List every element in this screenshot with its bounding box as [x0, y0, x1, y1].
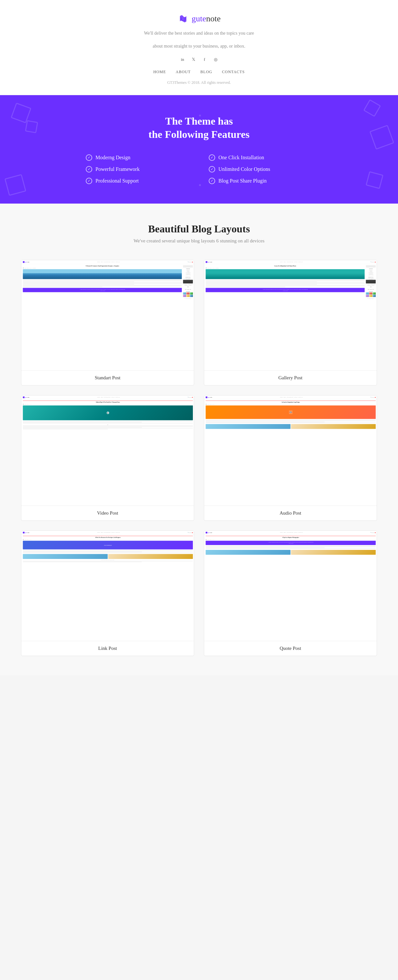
deco-square-3	[5, 174, 26, 196]
blog-preview-content-audio: gutenote HOMEABOUTPHOTOGRAPHYTRAVELCONTA…	[204, 396, 377, 506]
tagline-line1: We'll deliver the best stories and ideas…	[137, 30, 261, 37]
blog-preview-content-gallery: gutenote HOMEABOUTPHOTOGRAPHYTRAVELCONTA…	[204, 260, 377, 370]
blog-card-link: gutenote HOMEABOUTPHOTOGRAPHYTRAVELCONTA…	[21, 530, 194, 656]
feature-label-6: Blog Post Share Plugin	[218, 178, 267, 184]
feature-item-1: ✓ Moderng Design	[86, 154, 189, 161]
feature-label-3: Professional Support	[96, 178, 139, 184]
logo-container: gutenote	[6, 13, 392, 25]
blog-section: Beautiful Blog Layouts We've created sev…	[0, 204, 398, 675]
feature-title: The Theme has the Following Features	[13, 115, 385, 142]
feature-item-5: ✓ Unlimited Color Options	[209, 166, 312, 172]
feature-item-3: ✓ Professional Support	[86, 178, 189, 184]
tagline-line2: about most straight to your business, ap…	[137, 43, 261, 50]
nav-links: HOME ABOUT BLOG CONTACTS	[6, 70, 392, 75]
logo-prefix: gute	[191, 14, 206, 23]
instagram-icon[interactable]: ◎	[212, 56, 219, 63]
blog-card-label-audio: Audio Post	[204, 506, 377, 520]
blog-section-title: Beautiful Blog Layouts	[13, 223, 385, 235]
twitter-icon[interactable]: 𝕏	[190, 56, 197, 63]
blog-card-standard: gutenote HOMEABOUTPHOTOGRAPHYTRAVELCONTA…	[21, 260, 194, 385]
feature-label-5: Unlimited Color Options	[218, 166, 270, 172]
blog-card-label-video: Video Post	[21, 506, 194, 520]
check-icon-3: ✓	[86, 178, 92, 184]
deco-square-6	[366, 171, 384, 189]
blog-card-label-standard: Standart Post	[21, 370, 194, 385]
blog-preview-content-video: gutenote HOMEABOUTPHOTOGRAPHYTRAVELCONTA…	[21, 396, 194, 506]
deco-square-2	[25, 120, 38, 133]
blog-card-gallery: gutenote HOMEABOUTPHOTOGRAPHYTRAVELCONTA…	[204, 260, 377, 385]
features-grid: ✓ Moderng Design ✓ One Click Installatio…	[86, 154, 312, 184]
blog-card-quote: gutenote HOMEABOUTPHOTOGRAPHYTRAVELCONTA…	[204, 530, 377, 656]
check-icon-4: ✓	[209, 154, 215, 161]
feature-section: The Theme has the Following Features ✓ M…	[0, 95, 398, 204]
blog-card-video: gutenote HOMEABOUTPHOTOGRAPHYTRAVELCONTA…	[21, 395, 194, 521]
blog-preview-quote: gutenote HOMEABOUTPHOTOGRAPHYTRAVELCONTA…	[204, 531, 377, 641]
feature-item-4: ✓ One Click Installation	[209, 154, 312, 161]
blog-section-subtitle: We've created several unique blog layout…	[13, 238, 385, 244]
check-icon-1: ✓	[86, 154, 92, 161]
blog-card-audio: gutenote HOMEABOUTPHOTOGRAPHYTRAVELCONTA…	[204, 395, 377, 521]
blog-preview-gallery: gutenote HOMEABOUTPHOTOGRAPHYTRAVELCONTA…	[204, 260, 377, 370]
blog-preview-content-quote: gutenote HOMEABOUTPHOTOGRAPHYTRAVELCONTA…	[204, 531, 377, 641]
blog-card-label-gallery: Gallery Post	[204, 370, 377, 385]
check-icon-2: ✓	[86, 166, 92, 172]
blog-preview-audio: gutenote HOMEABOUTPHOTOGRAPHYTRAVELCONTA…	[204, 396, 377, 506]
feature-item-6: ✓ Blog Post Share Plugin	[209, 178, 312, 184]
nav-about[interactable]: ABOUT	[176, 70, 191, 75]
facebook-icon[interactable]: f	[201, 56, 208, 63]
blog-card-label-link: Link Post	[21, 641, 194, 656]
blog-card-label-quote: Quote Post	[204, 641, 377, 656]
blog-preview-link: gutenote HOMEABOUTPHOTOGRAPHYTRAVELCONTA…	[21, 531, 194, 641]
social-icons: in 𝕏 f ◎	[6, 56, 392, 63]
blog-preview-standard: gutenote HOMEABOUTPHOTOGRAPHYTRAVELCONTA…	[21, 260, 194, 370]
feature-label-2: Powerful Framework	[96, 166, 140, 172]
blog-preview-content-standard: gutenote HOMEABOUTPHOTOGRAPHYTRAVELCONTA…	[21, 260, 194, 370]
check-icon-6: ✓	[209, 178, 215, 184]
check-icon-5: ✓	[209, 166, 215, 172]
nav-blog[interactable]: BLOG	[200, 70, 212, 75]
feature-label-4: One Click Installation	[218, 155, 264, 161]
header-section: gutenote We'll deliver the best stories …	[0, 0, 398, 95]
blog-grid: gutenote HOMEABOUTPHOTOGRAPHYTRAVELCONTA…	[21, 260, 377, 656]
feature-label-1: Moderng Design	[96, 155, 131, 161]
logo-suffix: note	[206, 14, 221, 23]
blog-preview-content-link: gutenote HOMEABOUTPHOTOGRAPHYTRAVELCONTA…	[21, 531, 194, 641]
blog-preview-video: gutenote HOMEABOUTPHOTOGRAPHYTRAVELCONTA…	[21, 396, 194, 506]
nav-home[interactable]: HOME	[153, 70, 166, 75]
copyright: GT3Themes © 2018. All rights reserved.	[6, 80, 392, 85]
logo-icon	[177, 13, 189, 25]
logo-text: gutenote	[191, 14, 221, 24]
nav-contacts[interactable]: CONTACTS	[222, 70, 245, 75]
feature-item-2: ✓ Powerful Framework	[86, 166, 189, 172]
linkedin-icon[interactable]: in	[179, 56, 186, 63]
